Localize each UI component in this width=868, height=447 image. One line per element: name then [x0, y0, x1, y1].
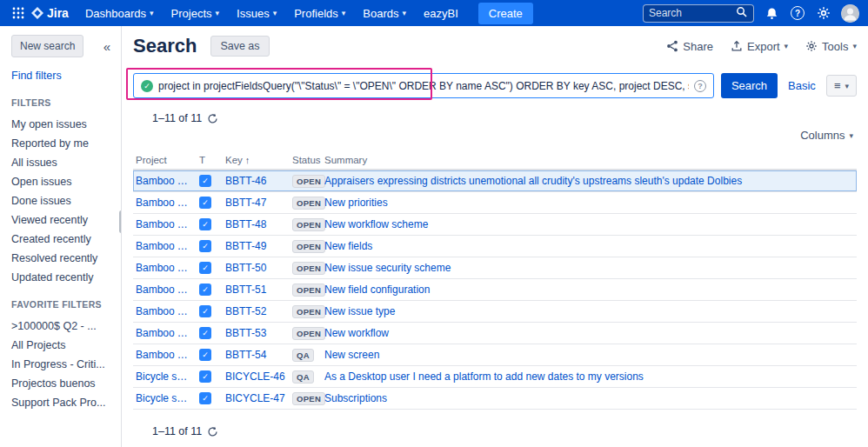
status-badge: OPEN [292, 262, 325, 275]
issue-summary-link[interactable]: Appraisers expressing districts unemotio… [324, 175, 853, 187]
project-link[interactable]: Bamboo Tea [136, 349, 199, 361]
sidebar-filter-item[interactable]: Reported by me [11, 134, 114, 153]
nav-menu-item[interactable]: Dashboards ▾ [77, 3, 162, 23]
nav-menu-item[interactable]: Boards ▾ [355, 3, 414, 23]
app-switcher-grid-icon[interactable] [9, 3, 28, 23]
issue-summary-link[interactable]: New workflow [324, 327, 853, 339]
issue-summary-link[interactable]: New screen [324, 349, 853, 361]
collapse-sidebar-icon[interactable]: « [100, 37, 114, 56]
sidebar-filter-item[interactable]: Done issues [11, 191, 114, 210]
issue-key-link[interactable]: BBTT-52 [225, 305, 292, 317]
table-row[interactable]: Bamboo Tea ✓ BBTT-54 QA New screen [133, 344, 857, 366]
global-search-box[interactable] [643, 4, 754, 23]
column-header-project[interactable]: Project [136, 155, 199, 165]
sidebar-favorite-filter-item[interactable]: All Projects [11, 336, 114, 355]
column-header-status[interactable]: Status [292, 155, 324, 165]
task-type-icon: ✓ [199, 284, 211, 296]
table-row[interactable]: Bicycle shop ✓ BICYCLE-47 OPEN Subscript… [133, 388, 857, 410]
issue-summary-link[interactable]: New workflow scheme [324, 218, 853, 230]
new-search-button[interactable]: New search [11, 35, 83, 57]
table-row[interactable]: Bamboo Tea ✓ BBTT-52 OPEN New issue type [133, 301, 857, 323]
sidebar-filter-item[interactable]: Updated recently [11, 268, 114, 287]
column-header-summary[interactable]: Summary [324, 155, 853, 165]
issue-key-link[interactable]: BBTT-47 [225, 197, 292, 209]
issue-key-link[interactable]: BBTT-54 [225, 349, 292, 361]
share-button[interactable]: Share [666, 40, 713, 53]
search-button[interactable]: Search [721, 73, 778, 98]
sidebar-favorite-filter-item[interactable]: Support Pack Pro... [11, 393, 114, 412]
project-link[interactable]: Bamboo Tea [136, 327, 199, 339]
syntax-help-icon[interactable]: ? [694, 80, 706, 92]
refresh-icon[interactable] [207, 426, 218, 437]
sidebar-favorite-filter-item[interactable]: In Progress - Criti... [11, 355, 114, 374]
issue-summary-link[interactable]: New priorities [324, 197, 853, 209]
project-link[interactable]: Bamboo Tea [136, 218, 199, 230]
sidebar-favorite-filter-item[interactable]: >100000$ Q2 - ... [11, 317, 114, 336]
basic-mode-link[interactable]: Basic [788, 79, 816, 92]
project-link[interactable]: Bamboo Tea [136, 284, 199, 296]
table-row[interactable]: Bamboo Tea ✓ BBTT-47 OPEN New priorities [133, 192, 857, 214]
create-button[interactable]: Create [478, 3, 533, 24]
issue-key-link[interactable]: BBTT-49 [225, 240, 292, 252]
chevron-down-icon: ▾ [342, 9, 346, 17]
project-link[interactable]: Bicycle shop [136, 370, 199, 383]
issue-summary-link[interactable]: As a Desktop user I need a platform to a… [324, 370, 853, 383]
sidebar-resize-handle[interactable] [119, 210, 122, 233]
nav-menu-item[interactable]: Issues ▾ [229, 3, 284, 23]
table-row[interactable]: Bamboo Tea ✓ BBTT-53 OPEN New workflow [133, 323, 857, 344]
sidebar-filter-item[interactable]: My open issues [11, 115, 114, 134]
project-link[interactable]: Bamboo Tea [136, 262, 199, 274]
sidebar-favorite-filter-item[interactable]: Projectos buenos [11, 374, 114, 393]
table-row[interactable]: Bamboo Tea ✓ BBTT-51 OPEN New field conf… [133, 279, 857, 301]
nav-menu-item[interactable]: Projects ▾ [164, 3, 228, 23]
issue-key-link[interactable]: BBTT-48 [225, 218, 292, 230]
sidebar-filter-item[interactable]: All issues [11, 153, 114, 172]
table-row[interactable]: Bamboo Tea ✓ BBTT-49 OPEN New fields [133, 236, 857, 257]
refresh-icon[interactable] [207, 113, 218, 124]
issue-key-link[interactable]: BBTT-46 [225, 175, 292, 187]
issue-key-link[interactable]: BICYCLE-46 [225, 370, 292, 383]
jira-logo[interactable]: Jira [31, 6, 69, 20]
issue-summary-link[interactable]: New issue type [324, 305, 853, 317]
project-link[interactable]: Bamboo Tea [136, 197, 199, 209]
issue-summary-link[interactable]: New fields [324, 240, 853, 252]
table-row[interactable]: Bamboo Tea ✓ BBTT-50 OPEN New issue secu… [133, 257, 857, 279]
find-filters-link[interactable]: Find filters [11, 70, 114, 82]
global-search-input[interactable] [649, 7, 736, 19]
notifications-bell-icon[interactable] [763, 4, 780, 22]
status-badge: OPEN [292, 392, 325, 405]
column-header-type[interactable]: T [199, 155, 225, 165]
issue-summary-link[interactable]: New issue security scheme [324, 262, 853, 274]
sidebar-filter-item[interactable]: Resolved recently [11, 249, 114, 268]
sidebar-filter-item[interactable]: Viewed recently [11, 210, 114, 230]
sidebar-filter-item[interactable]: Created recently [11, 230, 114, 249]
issue-key-link[interactable]: BICYCLE-47 [225, 392, 292, 404]
issue-summary-link[interactable]: Subscriptions [324, 392, 853, 404]
table-row[interactable]: Bamboo Tea ✓ BBTT-46 OPEN Appraisers exp… [133, 170, 857, 192]
list-view-switcher-button[interactable]: ≡ ▾ [826, 75, 857, 97]
issue-key-link[interactable]: BBTT-53 [225, 327, 292, 339]
table-row[interactable]: Bicycle shop ✓ BICYCLE-46 QA As a Deskto… [133, 366, 857, 388]
nav-menu-item[interactable]: eazyBI [416, 3, 470, 23]
issue-key-link[interactable]: BBTT-50 [225, 262, 292, 274]
project-link[interactable]: Bamboo Tea [136, 175, 199, 187]
settings-gear-icon[interactable] [815, 4, 832, 22]
help-icon[interactable]: ? [789, 4, 806, 22]
jql-query-input[interactable]: ✓ project in projectFieldsQuery("\"Statu… [133, 73, 714, 98]
issue-summary-link[interactable]: New field configuration [324, 284, 853, 296]
project-link[interactable]: Bamboo Tea [136, 305, 199, 317]
save-as-button[interactable]: Save as [210, 36, 269, 57]
nav-menu-item[interactable]: Profields ▾ [286, 3, 353, 23]
sort-ascending-icon: ↑ [245, 155, 250, 165]
chevron-down-icon: ▾ [785, 42, 789, 50]
column-header-key[interactable]: Key ↑ [225, 155, 292, 165]
user-avatar[interactable] [841, 4, 859, 23]
columns-dropdown-button[interactable]: Columns ▾ [797, 126, 857, 144]
sidebar-filter-item[interactable]: Open issues [11, 172, 114, 191]
project-link[interactable]: Bamboo Tea [136, 240, 199, 252]
export-button[interactable]: Export ▾ [731, 40, 788, 53]
table-row[interactable]: Bamboo Tea ✓ BBTT-48 OPEN New workflow s… [133, 214, 857, 236]
issue-key-link[interactable]: BBTT-51 [225, 284, 292, 296]
project-link[interactable]: Bicycle shop [136, 392, 199, 404]
tools-button[interactable]: Tools ▾ [805, 40, 857, 53]
